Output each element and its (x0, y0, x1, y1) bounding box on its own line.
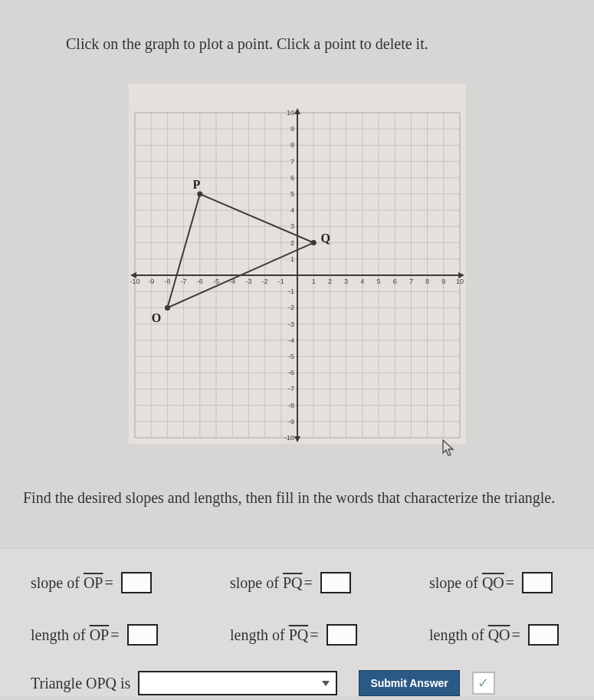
check-icon: ✓ (477, 675, 489, 692)
equals-sign: = (506, 574, 514, 592)
slope-pq-label: slope of PQ (230, 574, 302, 592)
equals-sign: = (310, 626, 318, 644)
slope-op-input[interactable] (121, 572, 152, 593)
length-op-label: length of OP (31, 626, 109, 644)
slope-qo-input[interactable] (522, 572, 553, 593)
slope-op-label: slope of OP (31, 574, 103, 592)
length-qo-input[interactable] (528, 624, 559, 646)
triangle-classify-select[interactable] (138, 671, 337, 695)
equals-sign: = (110, 626, 119, 644)
equals-sign: = (104, 574, 113, 592)
coordinate-graph[interactable]: OPQ (129, 84, 466, 444)
slope-qo-label: slope of QO (429, 574, 504, 592)
instruction-text: Click on the graph to plot a point. Clic… (0, 0, 594, 53)
length-qo-label: length of QO (429, 626, 510, 644)
equals-sign: = (512, 626, 520, 644)
length-pq-input[interactable] (327, 624, 357, 646)
length-op-input[interactable] (127, 624, 158, 646)
submit-button[interactable]: Submit Answer (359, 670, 459, 696)
length-pq-label: length of PQ (230, 626, 308, 644)
triangle-classify-label: Triangle OPQ is (0, 675, 130, 692)
equals-sign: = (304, 574, 312, 592)
answer-grid: slope of OP = slope of PQ = slope of QO … (0, 548, 594, 696)
check-indicator: ✓ (472, 672, 495, 695)
slope-pq-input[interactable] (320, 572, 351, 593)
prompt-text: Find the desired slopes and lengths, the… (0, 459, 594, 510)
chevron-down-icon (322, 681, 330, 686)
cursor-icon (441, 439, 455, 458)
